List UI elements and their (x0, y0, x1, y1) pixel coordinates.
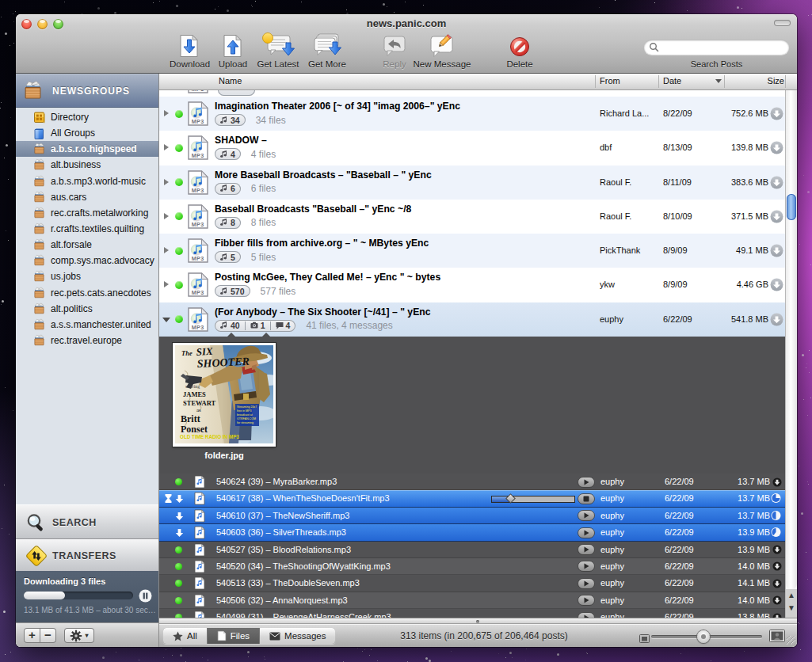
svg-text:Britt: Britt (181, 413, 200, 424)
svg-text:MP3: MP3 (192, 324, 204, 331)
svg-text:as: as (196, 407, 201, 413)
svg-text:MP3: MP3 (192, 290, 204, 297)
svg-text:STEWART: STEWART (183, 399, 216, 407)
svg-text:MP3: MP3 (192, 221, 204, 228)
svg-text:for streaming: for streaming (237, 421, 254, 424)
svg-text:OTRFAN.COM: OTRFAN.COM (237, 417, 256, 420)
svg-text:OLD TIME RADIO IN MP3: OLD TIME RADIO IN MP3 (180, 434, 239, 439)
svg-text:starring: starring (185, 384, 200, 389)
svg-text:broadcast at: broadcast at (237, 413, 253, 417)
svg-text:MP3: MP3 (192, 255, 204, 262)
svg-text:MP3: MP3 (192, 153, 204, 160)
svg-text:SIX: SIX (196, 345, 213, 358)
svg-text:The: The (181, 349, 193, 357)
svg-text:JAMES: JAMES (183, 390, 206, 398)
svg-text:MP3: MP3 (192, 118, 204, 125)
svg-text:Ponset: Ponset (181, 424, 208, 435)
svg-text:Streaming 24x7: Streaming 24x7 (237, 405, 257, 409)
svg-text:MP3: MP3 (192, 187, 204, 194)
svg-text:MP3: MP3 (192, 90, 204, 93)
svg-text:free in MP3: free in MP3 (237, 409, 251, 413)
